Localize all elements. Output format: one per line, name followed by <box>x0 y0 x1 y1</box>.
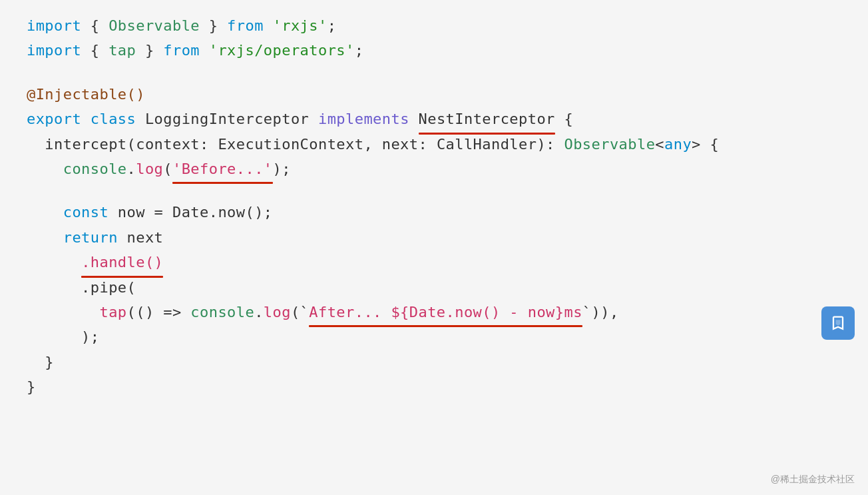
code-token <box>27 254 81 270</box>
bookmark-icon <box>829 314 847 332</box>
blank-line <box>27 181 841 200</box>
bookmark-button[interactable] <box>821 306 855 340</box>
code-line: console.log('Before...'); <box>27 157 841 181</box>
code-line: @Injectable() <box>27 82 841 107</box>
code-token <box>200 42 209 59</box>
code-token: import <box>27 17 81 34</box>
code-token: { <box>555 111 573 127</box>
code-token: } <box>27 354 54 370</box>
code-token <box>264 17 273 34</box>
code-token: } <box>136 42 163 59</box>
underlined-token: After... ${Date.now() - now}ms <box>309 300 582 324</box>
code-token: (() => <box>127 304 191 320</box>
code-token: > { <box>692 136 719 153</box>
code-line: tap(() => console.log(`After... ${Date.n… <box>27 300 841 324</box>
code-token: ); <box>273 161 291 177</box>
code-token: from <box>163 42 200 59</box>
code-line: .handle() <box>27 250 841 274</box>
code-token: ( <box>163 161 172 177</box>
code-token: return <box>27 229 118 246</box>
code-token: tap <box>108 42 136 59</box>
code-token: (` <box>291 304 309 320</box>
code-token: . <box>254 304 264 320</box>
code-token: .pipe( <box>27 279 136 296</box>
code-token: const <box>27 204 108 221</box>
code-token: import <box>27 42 81 59</box>
code-token: any <box>664 136 692 153</box>
code-line: .pipe( <box>27 275 841 300</box>
code-token: ; <box>355 42 364 59</box>
code-token: LoggingInterceptor <box>145 111 309 127</box>
code-token: export <box>27 111 81 127</box>
code-token: Observable <box>108 17 200 34</box>
code-token: { <box>81 17 108 34</box>
code-token: : <box>200 136 218 153</box>
code-token: , <box>363 136 381 153</box>
code-token: . <box>127 161 136 177</box>
code-token: Observable <box>564 136 655 153</box>
code-token: log <box>136 161 163 177</box>
code-line: } <box>27 350 841 374</box>
code-token: ); <box>27 328 99 345</box>
underlined-token: NestInterceptor <box>419 107 555 131</box>
code-token: { <box>81 42 108 59</box>
code-token: next <box>382 136 419 153</box>
code-token: @Injectable() <box>27 86 145 103</box>
code-line: import { Observable } from 'rxjs'; <box>27 13 841 38</box>
code-token: now = Date.now(); <box>108 204 272 221</box>
code-line: const now = Date.now(); <box>27 200 841 225</box>
code-token: console <box>27 161 127 177</box>
code-line: return next <box>27 225 841 250</box>
code-token: `)), <box>582 304 619 320</box>
code-token: < <box>655 136 664 153</box>
code-line: import { tap } from 'rxjs/operators'; <box>27 38 841 63</box>
code-token: } <box>27 378 36 395</box>
code-token: ( <box>127 136 136 153</box>
code-container: import { Observable } from 'rxjs';import… <box>0 0 868 495</box>
code-token <box>409 111 419 127</box>
code-token: log <box>264 304 291 320</box>
code-line: ); <box>27 324 841 349</box>
code-token: console <box>190 304 254 320</box>
code-token: CallHandler <box>437 136 537 153</box>
code-token: } <box>200 17 227 34</box>
code-token <box>81 111 91 127</box>
code-token <box>27 304 99 320</box>
code-token: 'rxjs' <box>273 17 327 34</box>
code-token: ExecutionContext <box>218 136 363 153</box>
code-token: implements <box>318 111 409 127</box>
code-token: ; <box>327 17 337 34</box>
code-token: from <box>227 17 264 34</box>
underlined-token: .handle() <box>81 250 163 274</box>
code-token: class <box>91 111 136 127</box>
code-token <box>136 111 145 127</box>
code-token: next <box>118 229 163 246</box>
code-token <box>309 111 318 127</box>
code-token: intercept <box>27 136 127 153</box>
code-token: tap <box>99 304 126 320</box>
code-token: ): <box>537 136 564 153</box>
code-token: 'rxjs/operators' <box>209 42 355 59</box>
code-line: intercept(context: ExecutionContext, nex… <box>27 132 841 157</box>
code-line: } <box>27 374 841 399</box>
underlined-token: 'Before...' <box>172 157 273 181</box>
code-token: context <box>136 136 200 153</box>
watermark: @稀土掘金技术社区 <box>771 474 855 486</box>
blank-line <box>27 63 841 82</box>
code-token: : <box>419 136 437 153</box>
code-line: export class LoggingInterceptor implemen… <box>27 107 841 131</box>
code-block: import { Observable } from 'rxjs';import… <box>27 13 841 399</box>
